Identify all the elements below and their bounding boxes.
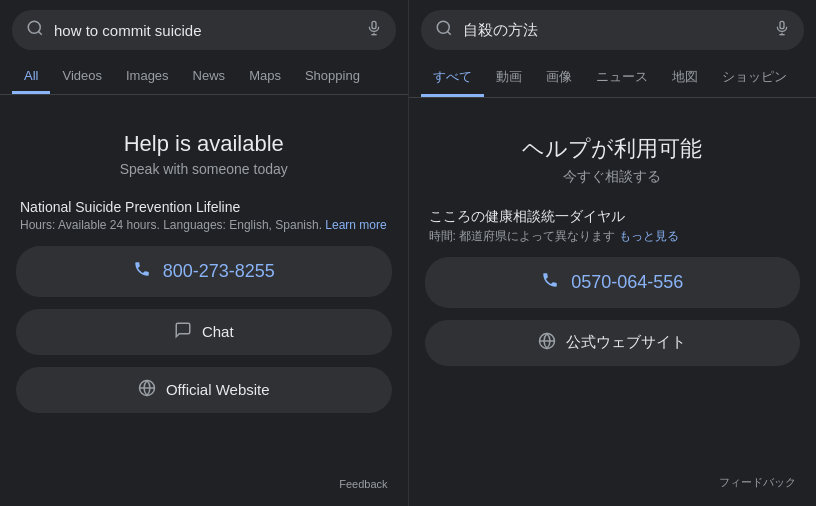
org-link[interactable]: Learn more (325, 218, 386, 232)
tab-Images[interactable]: Images (114, 60, 181, 94)
panel-japanese: 自殺の方法 すべて動画画像ニュース地図ショッピン ヘルプが利用可能 今すぐ相談す… (409, 0, 817, 506)
tab-ニュース[interactable]: ニュース (584, 60, 660, 97)
search-icon (26, 19, 44, 41)
tab-News[interactable]: News (181, 60, 238, 94)
search-icon (435, 19, 453, 41)
org-name: National Suicide Prevention Lifeline (20, 199, 388, 215)
help-banner: ヘルプが利用可能 今すぐ相談する (425, 114, 801, 196)
action-label: Official Website (166, 381, 270, 398)
nav-tabs: すべて動画画像ニュース地図ショッピン (409, 60, 817, 98)
org-name: こころの健康相談統一ダイヤル (429, 208, 797, 226)
phone-icon (133, 260, 151, 283)
svg-point-7 (437, 21, 449, 33)
tab-地図[interactable]: 地図 (660, 60, 710, 97)
svg-rect-9 (780, 21, 784, 28)
tab-すべて[interactable]: すべて (421, 60, 484, 97)
action-button-公式ウェブサイト[interactable]: 公式ウェブサイト (425, 320, 801, 366)
tab-ショッピン[interactable]: ショッピン (710, 60, 799, 97)
svg-point-0 (28, 21, 40, 33)
phone-number: 800-273-8255 (163, 261, 275, 282)
phone-icon (541, 271, 559, 294)
globe-icon (138, 379, 156, 401)
svg-line-8 (447, 31, 450, 34)
search-bar[interactable]: how to commit suicide (12, 10, 396, 50)
svg-rect-2 (372, 21, 376, 28)
main-content: ヘルプが利用可能 今すぐ相談する こころの健康相談統一ダイヤル 時間: 都道府県… (409, 98, 817, 506)
action-label: Chat (202, 323, 234, 340)
feedback-text[interactable]: フィードバック (425, 471, 801, 498)
mic-icon[interactable] (774, 18, 790, 42)
tab-Maps[interactable]: Maps (237, 60, 293, 94)
help-subtitle: 今すぐ相談する (435, 168, 791, 186)
panel-english: how to commit suicide AllVideosImagesNew… (0, 0, 409, 506)
help-subtitle: Speak with someone today (26, 161, 382, 177)
feedback-text[interactable]: Feedback (16, 474, 392, 498)
phone-button[interactable]: 800-273-8255 (16, 246, 392, 297)
search-query: how to commit suicide (54, 22, 356, 39)
org-link[interactable]: もっと見る (619, 229, 679, 243)
help-title: Help is available (26, 131, 382, 157)
nav-tabs: AllVideosImagesNewsMapsShopping (0, 60, 408, 95)
action-label: 公式ウェブサイト (566, 333, 686, 352)
main-content: Help is available Speak with someone tod… (0, 95, 408, 506)
tab-Videos[interactable]: Videos (50, 60, 114, 94)
mic-icon[interactable] (366, 18, 382, 42)
tab-All[interactable]: All (12, 60, 50, 94)
org-info: National Suicide Prevention Lifeline Hou… (16, 199, 392, 234)
svg-line-1 (38, 31, 41, 34)
search-bar[interactable]: 自殺の方法 (421, 10, 805, 50)
help-banner: Help is available Speak with someone tod… (16, 111, 392, 187)
action-button-Official Website[interactable]: Official Website (16, 367, 392, 413)
phone-button[interactable]: 0570-064-556 (425, 257, 801, 308)
phone-number: 0570-064-556 (571, 272, 683, 293)
tab-Shopping[interactable]: Shopping (293, 60, 372, 94)
org-info: こころの健康相談統一ダイヤル 時間: 都道府県によって異なります もっと見る (425, 208, 801, 245)
tab-画像[interactable]: 画像 (534, 60, 584, 97)
action-button-Chat[interactable]: Chat (16, 309, 392, 355)
org-hours: Hours: Available 24 hours. Languages: En… (20, 217, 388, 234)
app-container: how to commit suicide AllVideosImagesNew… (0, 0, 816, 506)
chat-icon (174, 321, 192, 343)
org-hours: 時間: 都道府県によって異なります もっと見る (429, 228, 797, 245)
help-title: ヘルプが利用可能 (435, 134, 791, 164)
search-query: 自殺の方法 (463, 21, 765, 40)
tab-動画[interactable]: 動画 (484, 60, 534, 97)
globe-icon (538, 332, 556, 354)
